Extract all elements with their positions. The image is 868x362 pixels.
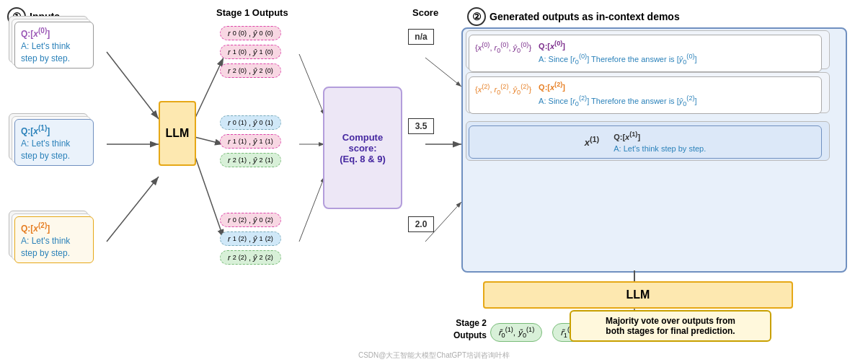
output-chip-3-0: r0(2), ŷ0(2) (220, 213, 281, 227)
score-2-2: 3.5 (408, 118, 434, 134)
stage2-circle: ② (467, 7, 486, 26)
demo-card-1: {x(0), r0(0), ŷ0(0)} Q:[x(0)] A: Since [… (469, 35, 822, 72)
stage2-chip-0: r̃0(1), ỹ0(1) (490, 323, 542, 342)
output-group-1: r0(0), ŷ0(0) r1(0), ŷ1(0) r2(0), ŷ2(0) (220, 26, 281, 78)
svg-line-1 (107, 52, 159, 119)
output-chip-2-1: r1(1), ŷ1(1) (220, 134, 281, 149)
output-chip-2-2: r2(1), ŷ2(1) (220, 153, 281, 167)
demo1-set-label: {x(0), r0(0), ŷ0(0)} (475, 39, 531, 68)
majority-vote-box: Majority vote over outputs fromboth stag… (570, 310, 771, 342)
stage2-label: ② Generated outputs as in-context demos (467, 7, 680, 26)
svg-line-3 (107, 177, 159, 242)
svg-line-5 (195, 137, 223, 144)
svg-line-9 (299, 177, 324, 242)
output-group-3: r0(2), ŷ0(2) r1(2), ŷ1(2) r2(2), ŷ2(2) (220, 213, 281, 265)
stage2-outputs-title: Stage 2Outputs (447, 317, 487, 342)
demo1-a: A: Since [r0(0)] Therefore the answer is… (539, 52, 697, 68)
svg-line-7 (299, 54, 324, 115)
output-chip-3-2: r2(2), ŷ2(2) (220, 250, 281, 265)
output-chip-1-0: r0(0), ŷ0(0) (220, 26, 281, 40)
demo-card-2-wrapper: {x(2), r0(2), ŷ0(2)} Q:[x(2)] A: Since [… (469, 76, 840, 114)
input1-a: A: Let's think (21, 41, 70, 51)
output-chip-1-2: r2(0), ŷ2(0) (220, 63, 281, 78)
output-group-2: r0(1), ŷ0(1) r1(1), ŷ1(1) r2(1), ŷ2(1) (220, 115, 281, 167)
score-1-2: n/a (408, 29, 434, 45)
query-a: A: Let's think step by step. (614, 143, 706, 155)
input-stack-2: Q:[x(1)] A: Let's think step by step. (14, 119, 94, 166)
input3-a: A: Let's think (21, 236, 70, 246)
demo-card-1-wrapper: {x(0), r0(0), ŷ0(0)} Q:[x(0)] A: Since [… (469, 35, 840, 72)
query-card: x(1) Q:[x(1)] A: Let's think step by ste… (469, 125, 822, 159)
watermark: CSDN@大王智能大模型ChatGPT培训咨询叶梓 (358, 350, 510, 361)
query-card-wrapper: x(1) Q:[x(1)] A: Let's think step by ste… (469, 125, 840, 159)
input-card-3: Q:[x(2)] A: Let's think step by step. (14, 216, 94, 263)
stage1-outputs-title: Stage 1 Outputs (216, 7, 288, 18)
llm-box-stage2: LLM (483, 281, 793, 309)
demo-card-2: {x(2), r0(2), ŷ0(2)} Q:[x(2)] A: Since [… (469, 76, 822, 114)
gen-panel: {x(0), r0(0), ŷ0(0)} Q:[x(0)] A: Since [… (461, 27, 847, 273)
input2-a: A: Let's think (21, 138, 70, 149)
output-chip-2-0: r0(1), ŷ0(1) (220, 115, 281, 130)
llm-box-stage1: LLM (159, 101, 196, 166)
demo1-q: Q:[x(0)] (539, 39, 697, 52)
input-stack-1: Q:[x(0)] A: Let's think step by step. (14, 22, 94, 69)
compute-score-label: Computescore:(Eq. 8 & 9) (340, 132, 386, 164)
input2-q: Q:[x(1)] (21, 126, 50, 136)
demo2-q: Q:[x(2)] (539, 81, 697, 94)
diagram-container: ① Inputs Q:[x(0)] A: Let's think step by… (0, 0, 868, 362)
input1-q: Q:[x(0)] (21, 29, 50, 39)
input-stack-3: Q:[x(2)] A: Let's think step by step. (14, 216, 94, 263)
compute-score-box: Computescore:(Eq. 8 & 9) (323, 87, 402, 209)
output-chip-3-1: r1(2), ŷ1(2) (220, 231, 281, 246)
svg-line-4 (195, 58, 223, 119)
input3-q: Q:[x(2)] (21, 224, 50, 234)
score-3-2: 2.0 (408, 216, 434, 232)
majority-vote-label: Majority vote over outputs fromboth stag… (606, 316, 735, 336)
input-card-1: Q:[x(0)] A: Let's think step by step. (14, 22, 94, 69)
output-chip-1-1: r1(0), ŷ1(0) (220, 45, 281, 59)
score-title: Score (412, 7, 438, 18)
stage2-title: Generated outputs as in-context demos (490, 11, 680, 22)
query-q: Q:[x(1)] (614, 130, 706, 143)
svg-line-10 (425, 58, 461, 87)
demo2-a: A: Since [r0(2)] Therefore the answer is… (539, 94, 697, 110)
query-x1: x(1) (585, 133, 599, 150)
svg-line-6 (195, 155, 223, 238)
demo2-set-label: {x(2), r0(2), ŷ0(2)} (475, 81, 531, 110)
input-card-2: Q:[x(1)] A: Let's think step by step. (14, 119, 94, 166)
